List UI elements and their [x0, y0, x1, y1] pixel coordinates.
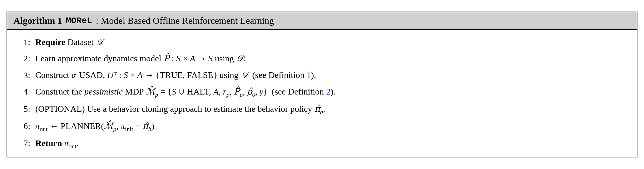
algorithm-header: Algorithm 1 MOReL : Model Based Offline … — [7, 12, 637, 30]
line-content-7: Return πout. — [35, 137, 627, 151]
line-content-3: Construct α-USAD, Uα : S × A → {TRUE, FA… — [35, 68, 627, 82]
algorithm-label: Algorithm 1 — [13, 15, 62, 26]
algorithm-body: 1: Require Dataset 𝒟 2: Learn approximat… — [7, 30, 637, 156]
algo-line-1: 1: Require Dataset 𝒟 — [17, 34, 627, 50]
algo-line-4: 4: Construct the pessimistic MDP ℳ̂p = {… — [17, 84, 627, 101]
line-content-6: πout ← PLANNER(ℳ̂p, πinit = π̂b) — [35, 120, 627, 134]
line-number-4: 4: — [17, 85, 35, 98]
line-content-4: Construct the pessimistic MDP ℳ̂p = {S ∪… — [35, 85, 627, 99]
algo-line-6: 6: πout ← PLANNER(ℳ̂p, πinit = π̂b) — [17, 118, 627, 135]
line-number-6: 6: — [17, 120, 35, 133]
algo-line-3: 3: Construct α-USAD, Uα : S × A → {TRUE,… — [17, 67, 627, 83]
line-number-5: 5: — [17, 102, 35, 115]
line-number-2: 2: — [17, 52, 35, 65]
line-content-1: Require Dataset 𝒟 — [35, 36, 627, 49]
algorithm-box: Algorithm 1 MOReL : Model Based Offline … — [7, 12, 637, 157]
algo-line-7: 7: Return πout. — [17, 135, 627, 152]
line-content-2: Learn approximate dynamics model P̂ : S … — [35, 52, 627, 65]
dataset-symbol: 𝒟 — [96, 37, 103, 47]
algorithm-name-mono: MOReL — [66, 16, 92, 26]
algo-line-2: 2: Learn approximate dynamics model P̂ :… — [17, 50, 627, 67]
line-number-7: 7: — [17, 137, 35, 150]
line-number-3: 3: — [17, 69, 35, 82]
line-number-1: 1: — [17, 36, 35, 49]
algo-line-5: 5: (OPTIONAL) Use a behavior cloning app… — [17, 101, 627, 118]
algorithm-name-text: : Model Based Offline Reinforcement Lear… — [96, 15, 274, 26]
require-keyword: Require — [35, 37, 65, 47]
line-content-5: (OPTIONAL) Use a behavior cloning approa… — [35, 102, 627, 116]
